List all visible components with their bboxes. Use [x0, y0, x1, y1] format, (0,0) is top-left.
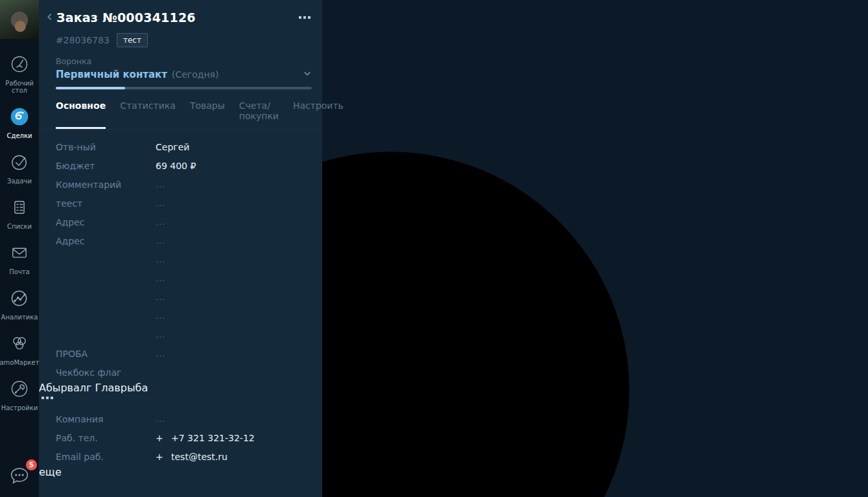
contact-more-link[interactable]: еще — [39, 466, 62, 478]
sidebar-item-lists[interactable]: Списки — [0, 191, 39, 237]
tab-2[interactable]: Товары — [190, 100, 225, 129]
sidebar-item-mail[interactable]: Почта — [0, 237, 39, 282]
tab-3[interactable]: Счета/покупки — [239, 100, 279, 129]
contact-menu-button[interactable] — [39, 394, 322, 402]
empty-field-dots[interactable]: ... — [156, 179, 165, 189]
field-link[interactable]: test@test.ru — [171, 452, 228, 462]
lead-id: #28036783 — [56, 35, 110, 45]
empty-field-dots[interactable]: ... — [156, 236, 165, 246]
field-row: Комментарий... — [56, 175, 312, 194]
sidebar-item-market[interactable]: amoМаркет — [0, 327, 39, 373]
chevron-down-icon — [303, 68, 312, 80]
tab-1[interactable]: Статистика — [120, 100, 176, 129]
tab-0[interactable]: Основное — [56, 100, 106, 129]
empty-field-dots[interactable]: ... — [156, 255, 165, 264]
contact-card: Абырвалг Главрыба Компания...Раб. тел.++… — [39, 382, 322, 478]
field-row: Email раб.+test@test.ru — [56, 447, 312, 466]
settings-icon — [9, 378, 30, 402]
sidebar-item-label: Сделки — [7, 132, 32, 139]
app-root: Рабочий столСделкиЗадачиСпискиПочтаАнали… — [0, 0, 868, 497]
user-avatar[interactable] — [0, 0, 39, 39]
field-value[interactable]: ... — [156, 292, 165, 302]
lists-icon — [9, 197, 30, 220]
field-row: Адрес... — [56, 213, 312, 231]
empty-field-dots[interactable]: ... — [156, 330, 165, 340]
back-icon[interactable] — [45, 12, 54, 24]
sidebar-item-settings[interactable]: Настройки — [0, 373, 39, 418]
empty-field-dots[interactable]: ... — [156, 349, 165, 358]
field-row: ПРОБА... — [56, 344, 312, 363]
field-link[interactable]: +7 321 321-32-12 — [171, 433, 255, 443]
field-value[interactable]: ... — [156, 179, 165, 189]
field-value[interactable]: 69 400 ₽ — [156, 161, 196, 171]
sidebar-item-label: Настройки — [1, 404, 38, 411]
field-label: Отв-ный — [56, 142, 156, 152]
lead-panel: Заказ №000341126 #28036783 тест Воронка … — [39, 0, 322, 497]
field-label: ПРОБА — [56, 349, 156, 359]
field-value[interactable]: ... — [156, 311, 165, 321]
tab-4[interactable]: Настроить — [293, 100, 344, 129]
sidebar-item-analytics[interactable]: Аналитика — [0, 282, 39, 327]
field-label: Чекбокс флаг — [56, 367, 156, 378]
stage-selector[interactable]: Первичный контакт (Сегодня) — [56, 68, 312, 80]
add-value-icon[interactable]: + — [156, 433, 166, 443]
sidebar-item-tasks[interactable]: Задачи — [0, 146, 39, 191]
field-value[interactable]: ... — [156, 236, 165, 246]
sidebar-item-label: Списки — [7, 223, 32, 230]
sidebar-item-label: Рабочий стол — [1, 80, 38, 94]
lead-tabs: ОсновноеСтатистикаТоварыСчета/покупкиНас… — [39, 89, 322, 130]
field-value[interactable]: ... — [156, 414, 165, 424]
funnel-label: Воронка — [56, 56, 312, 66]
sidebar-nav: Рабочий столСделкиЗадачиСпискиПочтаАнали… — [0, 39, 39, 418]
field-label: Комментарий — [56, 179, 156, 190]
empty-field-dots[interactable]: ... — [156, 198, 165, 208]
field-label: Адрес — [56, 217, 156, 227]
field-row: Раб. тел.++7 321 321-32-12 — [56, 428, 312, 447]
lead-tag[interactable]: тест — [117, 33, 148, 47]
field-row: Адрес... — [56, 231, 312, 250]
field-value[interactable]: ... — [156, 198, 165, 208]
field-row: Отв-ныйСергей — [56, 137, 312, 156]
field-value[interactable]: ... — [156, 217, 165, 227]
sidebar-item-label: Задачи — [7, 178, 32, 185]
lead-fields: Отв-ныйСергейБюджет69 400 ₽Комментарий..… — [39, 130, 322, 382]
field-row: Компания... — [56, 410, 312, 428]
chat-button[interactable]: 5 — [6, 463, 35, 491]
field-row: Чекбокс флаг — [56, 363, 312, 382]
field-row: ... — [56, 269, 312, 288]
add-value-icon[interactable]: + — [156, 452, 166, 462]
mail-icon — [9, 242, 30, 266]
empty-field-dots[interactable]: ... — [156, 292, 165, 302]
empty-field-dots[interactable]: ... — [156, 217, 165, 227]
field-row: ... — [56, 250, 312, 269]
empty-field-dots[interactable]: ... — [156, 311, 165, 321]
stage-hint: (Сегодня) — [172, 69, 219, 80]
contact-name[interactable]: Абырвалг Главрыба — [39, 382, 148, 394]
field-row: ... — [56, 306, 312, 325]
deals-icon — [9, 106, 30, 130]
field-value[interactable]: ... — [156, 330, 165, 340]
field-label: Компания — [56, 414, 156, 424]
sidebar-item-label: Почта — [9, 268, 30, 275]
field-label: Раб. тел. — [56, 433, 156, 443]
field-row: ... — [56, 288, 312, 306]
field-value[interactable]: Сергей — [156, 142, 189, 152]
sidebar-item-deals[interactable]: Сделки — [0, 100, 39, 146]
field-value[interactable]: ... — [156, 255, 165, 264]
field-value: ++7 321 321-32-12 — [156, 433, 255, 443]
tasks-icon — [9, 152, 30, 175]
empty-field-dots[interactable]: ... — [156, 273, 165, 283]
analytics-icon — [9, 288, 30, 311]
field-value[interactable]: ... — [156, 273, 165, 283]
lead-menu-button[interactable] — [296, 14, 313, 21]
sidebar-item-desk[interactable]: Рабочий стол — [0, 48, 39, 100]
stage-progress-bar[interactable] — [56, 87, 312, 89]
stage-name: Первичный контакт — [56, 69, 167, 80]
chat-badge: 5 — [26, 459, 37, 470]
field-label: Email раб. — [56, 452, 156, 462]
empty-field-dots[interactable]: ... — [156, 414, 165, 424]
desk-icon — [9, 54, 30, 77]
lead-title: Заказ №000341126 — [56, 10, 196, 25]
field-value[interactable]: ... — [156, 349, 165, 358]
sidebar-item-label: amoМаркет — [0, 359, 40, 366]
